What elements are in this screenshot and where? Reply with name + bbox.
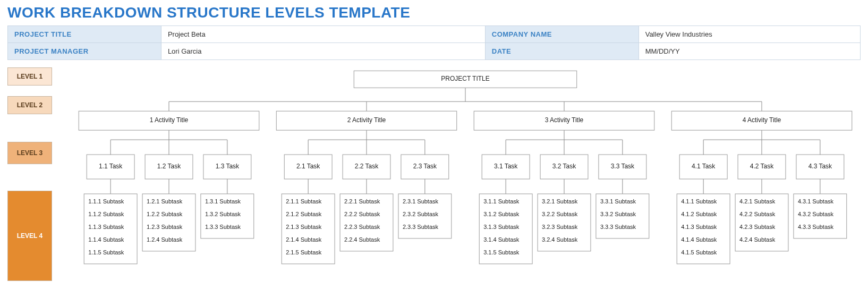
subtask-label: 3.1.2 Subtask <box>483 211 520 217</box>
subtask-label: 2.2.3 Subtask <box>344 224 380 230</box>
task-label: 3.3 Task <box>611 163 634 170</box>
subtask-label: 4.1.3 Subtask <box>681 224 717 230</box>
root-label: PROJECT TITLE <box>441 75 489 82</box>
subtask-label: 2.3.3 Subtask <box>403 224 439 230</box>
subtask-label: 3.1.5 Subtask <box>483 249 520 255</box>
task-label: 3.1 Task <box>494 163 517 170</box>
subtask-label: 2.1.1 Subtask <box>286 198 322 204</box>
project-manager-value[interactable]: Lori Garcia <box>161 43 485 60</box>
level-badges: LEVEL 1 LEVEL 2 LEVEL 3 LEVEL 4 <box>7 67 61 307</box>
subtask-label: 2.1.4 Subtask <box>286 236 322 243</box>
subtask-label: 3.2.2 Subtask <box>542 211 578 217</box>
subtask-label: 2.1.5 Subtask <box>286 249 322 255</box>
subtask-label: 3.3.3 Subtask <box>600 224 636 230</box>
subtask-label: 4.2.3 Subtask <box>739 224 776 230</box>
task-label: 4.3 Task <box>809 163 832 170</box>
subtask-label: 3.3.2 Subtask <box>600 211 636 217</box>
activity-label: 3 Activity Title <box>545 116 584 124</box>
subtask-label: 3.1.1 Subtask <box>483 198 520 204</box>
date-value[interactable]: MM/DD/YY <box>639 43 860 60</box>
project-title-value[interactable]: Project Beta <box>161 26 485 43</box>
subtask-label: 3.2.4 Subtask <box>542 236 578 243</box>
subtask-label: 3.1.3 Subtask <box>483 224 520 230</box>
subtask-label: 2.2.2 Subtask <box>344 211 380 217</box>
project-manager-label: PROJECT MANAGER <box>8 43 161 60</box>
subtask-label: 1.1.3 Subtask <box>88 224 124 230</box>
subtask-label: 1.2.4 Subtask <box>147 236 183 243</box>
task-label: 1.2 Task <box>157 163 181 170</box>
subtask-label: 2.2.1 Subtask <box>344 198 380 204</box>
subtask-label: 1.1.5 Subtask <box>88 249 124 255</box>
subtask-label: 1.3.2 Subtask <box>205 211 241 217</box>
subtask-label: 4.2.1 Subtask <box>739 198 776 204</box>
subtask-label: 4.3.2 Subtask <box>798 211 834 217</box>
subtask-label: 4.1.5 Subtask <box>681 249 717 255</box>
project-info-table: PROJECT TITLE Project Beta COMPANY NAME … <box>7 25 861 60</box>
level-2-badge: LEVEL 2 <box>7 96 52 114</box>
subtask-label: 4.3.1 Subtask <box>798 198 834 204</box>
activity-label: 1 Activity Title <box>150 116 189 124</box>
subtask-label: 2.3.1 Subtask <box>403 198 439 204</box>
subtask-label: 3.3.1 Subtask <box>600 198 636 204</box>
subtask-label: 4.2.2 Subtask <box>739 211 776 217</box>
task-label: 2.1 Task <box>296 163 320 170</box>
subtask-label: 1.2.1 Subtask <box>147 198 183 204</box>
date-label: DATE <box>485 43 639 60</box>
activity-label: 4 Activity Title <box>743 116 781 124</box>
task-label: 2.2 Task <box>355 163 378 170</box>
task-label: 1.3 Task <box>216 163 239 170</box>
level-1-badge: LEVEL 1 <box>7 67 52 86</box>
subtask-label: 1.2.2 Subtask <box>147 211 183 217</box>
subtask-label: 1.1.4 Subtask <box>88 236 124 243</box>
subtask-label: 2.1.2 Subtask <box>286 211 322 217</box>
subtask-label: 4.1.2 Subtask <box>681 211 717 217</box>
task-label: 2.3 Task <box>413 163 437 170</box>
subtask-label: 2.1.3 Subtask <box>286 224 322 230</box>
subtask-label: 4.1.4 Subtask <box>681 236 717 243</box>
subtask-label: 1.3.3 Subtask <box>205 224 241 230</box>
subtask-label: 2.2.4 Subtask <box>344 236 380 243</box>
level-3-badge: LEVEL 3 <box>7 142 52 164</box>
page-title: WORK BREAKDOWN STRUCTURE LEVELS TEMPLATE <box>7 4 861 21</box>
task-label: 1.1 Task <box>99 163 122 170</box>
subtask-label: 3.2.3 Subtask <box>542 224 578 230</box>
project-title-label: PROJECT TITLE <box>8 26 161 43</box>
subtask-label: 3.1.4 Subtask <box>483 236 520 243</box>
task-label: 4.1 Task <box>692 163 715 170</box>
subtask-label: 4.2.4 Subtask <box>739 236 776 243</box>
subtask-label: 4.3.3 Subtask <box>798 224 834 230</box>
subtask-label: 4.1.1 Subtask <box>681 198 717 204</box>
task-label: 3.2 Task <box>552 163 576 170</box>
wbs-tree-svg: PROJECT TITLE1 Activity Title1.1 Task1.1… <box>70 67 861 307</box>
company-name-label: COMPANY NAME <box>485 26 639 43</box>
level-4-badge: LEVEL 4 <box>7 191 52 281</box>
subtask-label: 2.3.2 Subtask <box>403 211 439 217</box>
subtask-label: 1.2.3 Subtask <box>147 224 183 230</box>
company-name-value[interactable]: Valley View Industries <box>639 26 860 43</box>
task-label: 4.2 Task <box>750 163 773 170</box>
subtask-label: 1.1.2 Subtask <box>88 211 124 217</box>
wbs-chart: PROJECT TITLE1 Activity Title1.1 Task1.1… <box>70 67 861 307</box>
subtask-label: 3.2.1 Subtask <box>542 198 578 204</box>
activity-label: 2 Activity Title <box>347 116 386 124</box>
subtask-label: 1.1.1 Subtask <box>88 198 124 204</box>
subtask-label: 1.3.1 Subtask <box>205 198 241 204</box>
